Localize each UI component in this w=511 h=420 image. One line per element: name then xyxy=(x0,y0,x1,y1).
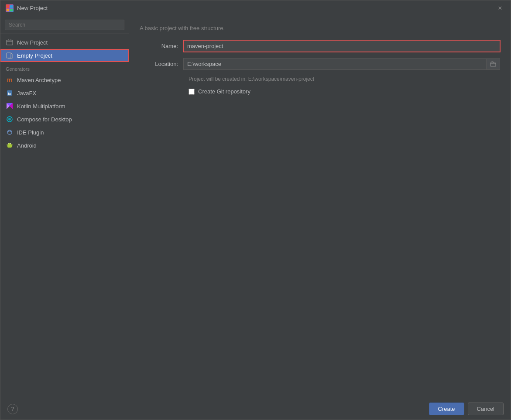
svg-rect-0 xyxy=(7,5,9,8)
create-button[interactable]: Create xyxy=(429,403,464,415)
content-area: New Project Empty Project Generators m M… xyxy=(0,16,511,398)
generators-section-header: Generators xyxy=(0,62,129,73)
svg-point-17 xyxy=(10,143,11,144)
location-label: Location: xyxy=(140,61,183,67)
compose-icon xyxy=(6,115,14,123)
empty-project-icon xyxy=(6,52,14,59)
maven-icon: m xyxy=(6,76,14,84)
browse-button[interactable] xyxy=(486,59,500,69)
name-label: Name: xyxy=(140,43,183,49)
name-input[interactable] xyxy=(183,40,500,52)
location-row: Location: xyxy=(140,58,500,70)
javafx-icon: fx xyxy=(6,89,14,97)
sidebar-item-android[interactable]: Android xyxy=(0,139,129,152)
project-description: A basic project with free structure. xyxy=(140,25,500,31)
svg-point-16 xyxy=(8,143,9,144)
ide-plugin-icon xyxy=(6,128,14,136)
git-checkbox-row: Create Git repository xyxy=(189,88,500,95)
bottom-right: Create Cancel xyxy=(429,403,504,415)
svg-rect-2 xyxy=(7,9,9,11)
close-button[interactable]: × xyxy=(495,3,505,14)
sidebar-item-javafx[interactable]: fx JavaFX xyxy=(0,86,129,100)
new-project-icon xyxy=(6,38,14,46)
svg-rect-4 xyxy=(7,40,13,45)
svg-rect-5 xyxy=(7,53,11,58)
sidebar-item-empty-project[interactable]: Empty Project xyxy=(0,49,129,62)
location-input[interactable] xyxy=(184,59,486,69)
dialog-title: New Project xyxy=(17,5,48,11)
help-button[interactable]: ? xyxy=(7,404,18,414)
search-bar xyxy=(0,16,129,34)
sidebar-item-compose-label: Compose for Desktop xyxy=(17,116,72,123)
svg-rect-1 xyxy=(10,5,13,8)
main-panel: A basic project with free structure. Nam… xyxy=(129,16,511,398)
git-checkbox-label[interactable]: Create Git repository xyxy=(198,88,250,95)
title-bar-left: New Project xyxy=(6,4,48,12)
location-input-wrapper xyxy=(183,58,500,70)
search-input[interactable] xyxy=(5,20,124,30)
sidebar-item-new-project[interactable]: New Project xyxy=(0,36,129,49)
folder-browse-icon xyxy=(490,61,496,67)
git-checkbox[interactable] xyxy=(189,89,195,95)
sidebar-item-android-label: Android xyxy=(17,142,37,149)
svg-rect-20 xyxy=(490,63,496,66)
name-row: Name: xyxy=(140,40,500,52)
sidebar-item-javafx-label: JavaFX xyxy=(17,90,36,96)
new-project-dialog: New Project × xyxy=(0,0,511,420)
title-bar: New Project × xyxy=(0,0,511,16)
sidebar-item-empty-project-label: Empty Project xyxy=(17,52,52,59)
bottom-bar: ? Create Cancel xyxy=(0,398,511,420)
app-icon xyxy=(6,4,14,12)
sidebar-item-ide-label: IDE Plugin xyxy=(17,129,44,136)
bottom-left: ? xyxy=(7,404,18,414)
svg-point-12 xyxy=(8,118,11,120)
sidebar-item-kotlin-multiplatform[interactable]: Kotlin Multiplatform xyxy=(0,100,129,113)
sidebar: New Project Empty Project Generators m M… xyxy=(0,16,129,398)
svg-text:fx: fx xyxy=(8,92,11,96)
sidebar-item-maven-label: Maven Archetype xyxy=(17,77,61,83)
name-input-wrapper xyxy=(183,40,500,52)
sidebar-item-kotlin-label: Kotlin Multiplatform xyxy=(17,103,65,110)
sidebar-item-ide-plugin[interactable]: IDE Plugin xyxy=(0,126,129,139)
sidebar-item-compose-for-desktop[interactable]: Compose for Desktop xyxy=(0,113,129,126)
kotlin-icon xyxy=(6,102,14,110)
sidebar-item-maven-archetype[interactable]: m Maven Archetype xyxy=(0,73,129,86)
sidebar-item-new-project-label: New Project xyxy=(17,39,48,46)
sidebar-list: New Project Empty Project Generators m M… xyxy=(0,34,129,154)
cancel-button[interactable]: Cancel xyxy=(468,403,504,415)
svg-rect-3 xyxy=(10,9,13,11)
android-icon xyxy=(6,141,14,149)
path-hint: Project will be created in: E:\workspace… xyxy=(189,76,500,82)
